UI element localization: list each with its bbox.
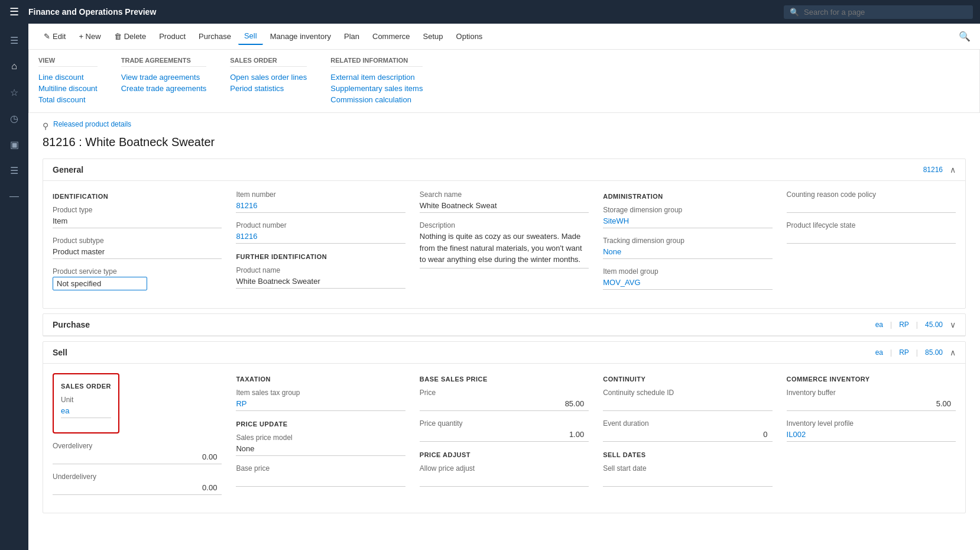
- app-title: Finance and Operations Preview: [28, 7, 777, 17]
- inventory-buffer-label: Inventory buffer: [787, 389, 956, 397]
- dropdown-trade-agreements-title: Trade agreements: [121, 57, 207, 67]
- item-number-value[interactable]: 81216: [236, 200, 405, 213]
- dropdown-open-sales-order-lines[interactable]: Open sales order lines: [230, 72, 307, 83]
- sidebar-icon-hamburger[interactable]: ☰: [2, 28, 26, 52]
- unit-value[interactable]: ea: [61, 405, 111, 418]
- price-label: Price: [420, 389, 589, 397]
- sell-start-date-label: Sell start date: [603, 464, 772, 473]
- item-model-value[interactable]: MOV_AVG: [603, 277, 772, 290]
- global-search-box[interactable]: 🔍: [784, 5, 973, 19]
- sidebar-icon-modules[interactable]: ☰: [2, 158, 26, 182]
- administration-column: ADMINISTRATION Storage dimension group S…: [603, 190, 772, 299]
- item-number-group: Item number 81216: [236, 190, 405, 213]
- inventory-buffer-group: Inventory buffer 5.00: [787, 389, 956, 411]
- taxation-title: TAXATION: [236, 376, 405, 383]
- purchase-section-title: Purchase: [53, 320, 90, 329]
- general-section-header[interactable]: General 81216 ∧: [43, 159, 965, 181]
- base-sales-price-title: BASE SALES PRICE: [420, 376, 589, 383]
- product-name-group: Product name White Boatneck Sweater: [236, 266, 405, 289]
- continuity-title: CONTINUITY: [603, 376, 772, 383]
- dropdown-multiline-discount[interactable]: Multiline discount: [38, 83, 98, 94]
- delete-button[interactable]: 🗑 Delete: [108, 28, 152, 44]
- dropdown-view-trade-agreements[interactable]: View trade agreements: [121, 72, 207, 83]
- commerce-button[interactable]: Commerce: [366, 28, 416, 44]
- counting-reason-value: [787, 200, 956, 213]
- product-service-type-input[interactable]: [53, 277, 147, 290]
- item-sales-tax-label: Item sales tax group: [236, 389, 405, 397]
- sales-order-highlighted-box: SALES ORDER Unit ea: [53, 373, 119, 433]
- event-duration-group: Event duration 0: [603, 419, 772, 442]
- price-group: Price 85.00: [420, 389, 589, 411]
- dropdown-sales-order-section: Sales order Open sales order lines Perio…: [230, 57, 307, 105]
- edit-icon: ✎: [44, 32, 50, 41]
- sell-section-header[interactable]: Sell ea | RP | 85.00 ∧: [43, 342, 965, 364]
- product-button[interactable]: Product: [153, 28, 192, 44]
- sidebar-icon-recent[interactable]: ◷: [2, 106, 26, 130]
- dropdown-create-trade-agreements[interactable]: Create trade agreements: [121, 83, 207, 94]
- event-duration-value: 0: [603, 429, 772, 442]
- plan-button[interactable]: Plan: [338, 28, 365, 44]
- sales-price-model-group: Sales price model None: [236, 433, 405, 456]
- global-search-input[interactable]: [804, 8, 967, 17]
- dropdown-total-discount[interactable]: Total discount: [38, 94, 98, 105]
- allow-price-adjust-label: Allow price adjust: [420, 464, 589, 473]
- continuity-schedule-value: [603, 398, 772, 411]
- left-sidebar: ☰ ⌂ ☆ ◷ ▣ ☰ —: [0, 24, 28, 550]
- continuity-column: CONTINUITY Continuity schedule ID Event …: [603, 373, 772, 503]
- sell-button[interactable]: Sell: [238, 28, 263, 45]
- dropdown-line-discount[interactable]: Line discount: [38, 72, 98, 83]
- purchase-button[interactable]: Purchase: [193, 28, 237, 44]
- dropdown-commission-calculation[interactable]: Commission calculation: [330, 94, 423, 105]
- hamburger-menu-icon[interactable]: ☰: [7, 3, 21, 21]
- edit-button[interactable]: ✎ Edit: [38, 28, 72, 44]
- product-subtype-group: Product subtype Product master: [53, 237, 222, 259]
- price-quantity-value: 1.00: [420, 429, 589, 442]
- sell-form-grid: SALES ORDER Unit ea Overdelivery 0.00: [53, 373, 956, 503]
- product-service-type-group: Product service type: [53, 267, 222, 290]
- dropdown-view-title: View: [38, 57, 98, 67]
- product-number-value[interactable]: 81216: [236, 231, 405, 244]
- product-number-label: Product number: [236, 221, 405, 229]
- identification-title: IDENTIFICATION: [53, 193, 222, 200]
- taxation-column: TAXATION Item sales tax group RP PRICE U…: [236, 373, 405, 503]
- dropdown-period-statistics[interactable]: Period statistics: [230, 83, 307, 94]
- product-subtype-value: Product master: [53, 246, 222, 259]
- setup-button[interactable]: Setup: [417, 28, 449, 44]
- dropdown-supplementary-sales-items[interactable]: Supplementary sales items: [330, 83, 423, 94]
- base-sales-price-column: BASE SALES PRICE Price 85.00 Price quant…: [420, 373, 589, 503]
- toolbar-search-icon[interactable]: 🔍: [959, 31, 971, 42]
- storage-dimension-value[interactable]: SiteWH: [603, 215, 772, 228]
- commerce-inventory-title: COMMERCE INVENTORY: [787, 376, 956, 383]
- breadcrumb[interactable]: Released product details: [53, 120, 131, 128]
- item-number-column: Item number 81216 Product number 81216 F…: [236, 190, 405, 299]
- sidebar-icon-workspaces[interactable]: ▣: [2, 132, 26, 156]
- product-name-label: Product name: [236, 266, 405, 274]
- sidebar-icon-home[interactable]: ⌂: [2, 54, 26, 78]
- tracking-dimension-value[interactable]: None: [603, 246, 772, 259]
- sidebar-icon-favorites[interactable]: ☆: [2, 80, 26, 104]
- product-lifecycle-group: Product lifecycle state: [787, 221, 956, 244]
- product-lifecycle-label: Product lifecycle state: [787, 221, 956, 229]
- item-sales-tax-value[interactable]: RP: [236, 398, 405, 411]
- new-button[interactable]: + New: [73, 28, 106, 44]
- product-name-value: White Boatneck Sweater: [236, 276, 405, 289]
- inventory-level-profile-value[interactable]: IL002: [787, 429, 956, 442]
- dropdown-trade-agreements-section: Trade agreements View trade agreements C…: [121, 57, 207, 105]
- sell-badge1: ea: [875, 348, 883, 357]
- manage-inventory-button[interactable]: Manage inventory: [264, 28, 337, 44]
- filter-icon[interactable]: ⚲: [43, 121, 48, 131]
- overdelivery-label: Overdelivery: [53, 442, 222, 450]
- purchase-section-header[interactable]: Purchase ea | RP | 45.00 ∨: [43, 314, 965, 336]
- options-button[interactable]: Options: [450, 28, 489, 44]
- dropdown-related-information-title: Related information: [330, 57, 423, 67]
- underdelivery-value: 0.00: [53, 482, 222, 495]
- continuity-schedule-label: Continuity schedule ID: [603, 389, 772, 397]
- dropdown-external-item-description[interactable]: External item description: [330, 72, 423, 83]
- main-content: ✎ Edit + New 🗑 Delete Product Purchase S…: [28, 24, 980, 550]
- sell-section-body: SALES ORDER Unit ea Overdelivery 0.00: [43, 364, 965, 513]
- storage-dimension-label: Storage dimension group: [603, 206, 772, 214]
- overdelivery-value: 0.00: [53, 451, 222, 464]
- sidebar-icon-pinned[interactable]: —: [2, 185, 26, 208]
- price-update-title: PRICE UPDATE: [236, 420, 405, 428]
- general-section: General 81216 ∧ IDENTIFICATION Product t…: [43, 158, 966, 309]
